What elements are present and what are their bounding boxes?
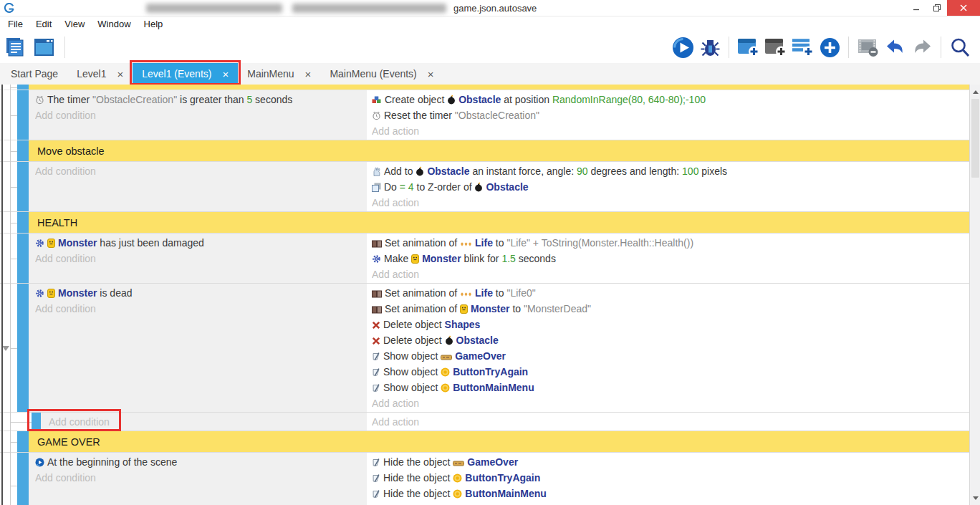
event-selection-bar[interactable] — [17, 140, 29, 161]
add-external-events-icon[interactable] — [764, 36, 787, 59]
action-line[interactable]: Hide the object ButtonMainMenu — [372, 486, 964, 501]
add-condition-button[interactable]: Add condition — [35, 251, 361, 266]
tab-close-icon[interactable]: × — [117, 68, 123, 80]
conditions-cell[interactable]: The timer "ObstacleCreation" is greater … — [29, 90, 368, 140]
tab-close-icon[interactable]: × — [305, 68, 312, 80]
conditions-cell[interactable]: Monster is deadAdd condition — [29, 284, 368, 412]
undo-icon[interactable] — [883, 36, 906, 59]
redo-icon[interactable] — [911, 36, 933, 59]
event-selection-bar[interactable] — [17, 234, 29, 283]
add-condition-button[interactable]: Add condition — [35, 107, 361, 123]
vertical-scrollbar[interactable] — [969, 85, 980, 505]
conditions-cell[interactable]: Add condition — [29, 162, 368, 211]
menu-help[interactable]: Help — [138, 17, 170, 31]
action-line[interactable]: Reset the timer "ObstacleCreation" — [372, 107, 964, 123]
conditions-cell[interactable]: At the beginning of the sceneAdd conditi… — [29, 453, 368, 505]
add-condition-button[interactable]: Add condition — [49, 414, 361, 430]
event-selection-bar[interactable] — [17, 85, 29, 90]
tab-level1[interactable]: Level1× — [67, 63, 133, 85]
condition-line[interactable]: At the beginning of the scene — [35, 454, 361, 470]
menu-view[interactable]: View — [58, 17, 91, 31]
action-line[interactable]: Set animation of Life to "Life0" — [372, 285, 964, 301]
conditions-cell[interactable]: Monster has just been damagedAdd conditi… — [29, 234, 368, 283]
action-line[interactable]: Set animation of Monster to "MonsterDead… — [372, 301, 964, 317]
action-line[interactable]: Set animation of Life to "Life" + ToStri… — [372, 235, 964, 251]
action-line[interactable]: Delete object Obstacle — [372, 332, 964, 348]
actions-cell[interactable]: Add action — [368, 413, 969, 431]
menu-window[interactable]: Window — [91, 17, 137, 31]
condition-line[interactable]: Monster has just been damaged — [35, 235, 361, 251]
comment-row[interactable]: GAME OVER — [0, 431, 969, 453]
action-line[interactable]: Hide the object GameOver — [372, 454, 964, 470]
action-line[interactable]: Show object ButtonMainMenu — [372, 380, 964, 395]
action-line[interactable]: Delete object Shapes — [372, 317, 964, 332]
action-line[interactable]: Show object ButtonTryAgain — [372, 364, 964, 380]
actions-cell[interactable]: Hide the object GameOverHide the object … — [368, 453, 969, 505]
add-condition-button[interactable]: Add condition — [35, 301, 361, 317]
comment-row[interactable]: HEALTH — [0, 212, 969, 234]
add-scene-icon[interactable] — [736, 36, 759, 59]
add-object-icon[interactable] — [818, 36, 841, 59]
comment-row[interactable]: Move obstacle — [0, 140, 969, 162]
actions-cell[interactable]: Set animation of Life to "Life" + ToStri… — [368, 234, 969, 283]
add-condition-button[interactable]: Add condition — [35, 470, 361, 486]
search-icon[interactable] — [948, 36, 971, 59]
event-selection-bar[interactable] — [17, 212, 29, 233]
menu-edit[interactable]: Edit — [29, 17, 58, 31]
tab-start-page[interactable]: Start Page — [1, 63, 67, 85]
event-selection-bar[interactable] — [17, 90, 29, 140]
event-selection-bar[interactable] — [17, 162, 29, 211]
event-row[interactable]: At the beginning of the sceneAdd conditi… — [0, 453, 969, 505]
tab-mainmenu-events-[interactable]: MainMenu (Events)× — [320, 63, 443, 85]
condition-line[interactable]: The timer "ObstacleCreation" is greater … — [35, 92, 361, 107]
action-line[interactable]: Do = 4 to Z-order of Obstacle — [372, 179, 964, 195]
add-action-button[interactable]: Add action — [372, 266, 964, 282]
add-action-button[interactable]: Add action — [372, 414, 964, 430]
conditions-cell[interactable]: Add condition — [41, 413, 368, 431]
action-line[interactable]: Add to Obstacle an instant force, angle:… — [372, 163, 964, 179]
restore-button[interactable] — [926, 0, 947, 16]
event-selection-bar[interactable] — [17, 284, 29, 412]
debug-icon[interactable] — [698, 36, 721, 59]
tab-mainmenu[interactable]: MainMenu× — [238, 63, 320, 85]
action-line[interactable]: Make Monster blink for 1.5 seconds — [372, 251, 964, 266]
tab-close-icon[interactable]: × — [222, 68, 229, 80]
add-external-layout-icon[interactable] — [791, 36, 814, 59]
comment-label: GAME OVER — [29, 431, 969, 452]
start-page-icon[interactable] — [4, 36, 27, 59]
scroll-down-arrow[interactable] — [970, 492, 980, 504]
action-line[interactable]: Hide the object ButtonTryAgain — [372, 470, 964, 486]
event-selection-bar[interactable] — [32, 413, 41, 431]
actions-cell[interactable]: Create object Obstacle at position Rando… — [368, 90, 969, 140]
actions-cell[interactable]: Set animation of Life to "Life0"Set anim… — [368, 284, 969, 412]
tab-close-icon[interactable]: × — [428, 68, 434, 80]
scroll-up-arrow[interactable] — [970, 86, 980, 97]
actions-cell[interactable]: Add to Obstacle an instant force, angle:… — [368, 162, 969, 211]
remove-image-icon[interactable] — [856, 36, 879, 59]
scrollbar-thumb[interactable] — [971, 99, 979, 178]
comment-row-partial[interactable] — [0, 85, 969, 90]
event-row[interactable]: Monster is deadAdd conditionSet animatio… — [0, 284, 969, 413]
close-button[interactable] — [947, 0, 980, 16]
menu-file[interactable]: File — [1, 17, 29, 31]
object-name: Monster — [58, 237, 97, 249]
condition-line[interactable]: Monster is dead — [35, 285, 361, 301]
tab-level1-events-[interactable]: Level1 (Events)× — [133, 63, 238, 85]
event-row[interactable]: Monster has just been damagedAdd conditi… — [0, 234, 969, 284]
event-selection-bar[interactable] — [17, 453, 29, 505]
action-line[interactable]: Create object Obstacle at position Rando… — [372, 92, 964, 107]
event-row[interactable]: The timer "ObstacleCreation" is greater … — [0, 90, 969, 140]
event-row[interactable]: Add conditionAdd to Obstacle an instant … — [0, 162, 969, 212]
event-row[interactable]: Add conditionAdd action — [0, 413, 969, 431]
scene-editor-icon[interactable] — [33, 36, 56, 59]
add-action-button[interactable]: Add action — [372, 195, 964, 211]
add-action-button[interactable]: Add action — [372, 395, 964, 411]
add-action-button[interactable]: Add action — [372, 501, 964, 505]
play-icon[interactable] — [671, 36, 694, 59]
add-condition-button[interactable]: Add condition — [35, 163, 361, 179]
minimize-button[interactable] — [905, 0, 926, 16]
action-line[interactable]: Show object GameOver — [372, 348, 964, 364]
gdevelop-logo-icon — [4, 3, 14, 14]
add-action-button[interactable]: Add action — [372, 123, 964, 139]
event-selection-bar[interactable] — [17, 431, 29, 452]
